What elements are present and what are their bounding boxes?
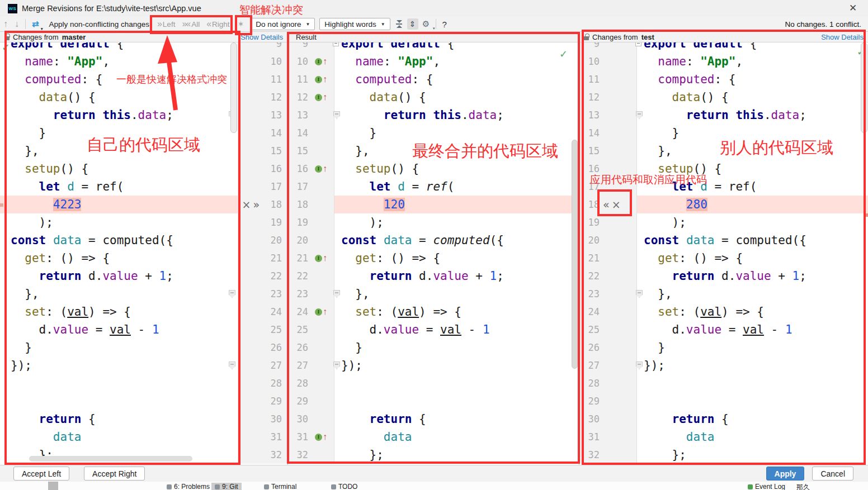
- result-code-line-32: };: [334, 446, 579, 464]
- help-button[interactable]: ?: [439, 20, 450, 29]
- apply-right-change-icon[interactable]: »: [253, 199, 260, 210]
- left-code-line-22: return d.value + 1;: [0, 267, 238, 285]
- problems-tab[interactable]: 6: Problems: [167, 483, 210, 490]
- fold-marker-icon[interactable]: [636, 361, 643, 369]
- fold-box-icon[interactable]: [635, 42, 641, 46]
- left-code-row-30: return {30: [0, 410, 287, 428]
- result-vertical-scrollbar[interactable]: [572, 140, 578, 369]
- left-code-row-32: };32: [0, 446, 287, 464]
- result-code-line-12: data() {: [334, 88, 579, 106]
- right-panel-header: Changes from test Show Details: [579, 32, 868, 42]
- fold-marker-icon[interactable]: [229, 111, 235, 119]
- right-code-line-13: return this.data;: [637, 106, 868, 124]
- left-code-row-9: export default {9: [0, 42, 287, 53]
- line-number: 29: [584, 392, 600, 410]
- line-number: 12: [291, 88, 308, 106]
- left-code-line-9: export default {: [0, 42, 238, 53]
- ignore-change-icon[interactable]: ×: [242, 199, 251, 210]
- settings-gear-icon[interactable]: ⚙: [421, 18, 432, 30]
- accept-left-button[interactable]: Accept Left: [13, 467, 69, 481]
- highlight-mode-select[interactable]: Highlight words▼: [319, 18, 390, 30]
- line-number: 16: [584, 160, 600, 178]
- right-code-row-23: 23 },: [579, 285, 868, 303]
- left-gutter-27: 27: [238, 356, 287, 374]
- left-gutter-10: 10: [238, 53, 287, 70]
- line-number: 21: [263, 249, 282, 267]
- right-code-row-27: 27});: [579, 356, 868, 374]
- result-gutter-29: 29: [288, 392, 334, 410]
- line-number: 25: [291, 321, 308, 339]
- right-code-line-10: name: "App",: [637, 53, 868, 70]
- terminal-tab[interactable]: Terminal: [264, 483, 296, 490]
- fold-box-icon[interactable]: [333, 42, 339, 46]
- fold-marker-icon[interactable]: [229, 290, 235, 298]
- right-code-row-19: 19 );: [579, 213, 868, 231]
- git-tab[interactable]: 9: Git: [211, 483, 242, 490]
- result-code-line-29: [334, 392, 579, 410]
- fold-marker-icon[interactable]: [333, 361, 340, 369]
- collapse-unchanged-icon[interactable]: [394, 18, 405, 30]
- right-gutter-20: 20: [579, 231, 637, 249]
- result-gutter-17: 17: [288, 178, 334, 196]
- fold-marker-icon[interactable]: [636, 290, 643, 298]
- magic-resolve-icon[interactable]: ✶: [233, 20, 249, 28]
- right-code-line-23: },: [637, 285, 868, 303]
- right-gutter-27: 27: [579, 356, 637, 374]
- apply-right-button[interactable]: «Right: [203, 18, 233, 30]
- apply-all-button[interactable]: »«All: [178, 18, 203, 30]
- left-editor-changes-from-master: Changes from master Show Details export …: [0, 32, 288, 465]
- fold-marker-icon[interactable]: [636, 111, 643, 119]
- sync-scrolling-icon[interactable]: ⇕: [407, 18, 418, 30]
- title-bar: WS Merge Revisions for E:\study\vite-tes…: [0, 0, 868, 17]
- line-number: 20: [263, 231, 282, 249]
- line-number: 19: [263, 213, 282, 231]
- fold-marker-icon[interactable]: [229, 361, 235, 369]
- left-code-row-19: );19: [0, 213, 287, 231]
- left-gutter-18: ×»18: [238, 196, 287, 213]
- right-gutter-31: 31: [579, 428, 637, 446]
- apply-nonconflicting-label[interactable]: Apply non-conflicting changes: [43, 20, 154, 28]
- close-icon[interactable]: ✕: [847, 2, 859, 14]
- result-code-line-22: return d.value + 1;: [334, 267, 579, 285]
- line-number: 24: [291, 303, 308, 321]
- result-code-row-23: 23 },: [288, 285, 579, 303]
- line-number: 23: [584, 285, 600, 303]
- fold-marker-icon[interactable]: [333, 290, 340, 298]
- apply-button[interactable]: Apply: [766, 467, 805, 481]
- next-change-button[interactable]: ↓: [11, 18, 22, 30]
- line-number: 13: [291, 106, 308, 124]
- git-icon: [215, 484, 220, 489]
- result-code-row-13: 13 return this.data;: [288, 106, 579, 124]
- left-gutter-21: 21: [238, 249, 287, 267]
- applied-change-mark-icon: I↑: [312, 165, 327, 173]
- fold-marker-icon[interactable]: [333, 111, 340, 119]
- apply-left-change-icon[interactable]: «: [603, 199, 610, 210]
- left-gutter-19: 19: [238, 213, 287, 231]
- left-gutter-13: 13: [238, 106, 287, 124]
- right-gutter-17: 17: [579, 178, 637, 196]
- event-log-tab[interactable]: Event Log: [748, 483, 785, 490]
- apply-all-nonconflicting-button[interactable]: ⇄: [29, 18, 43, 30]
- ide-statusbar: 6: Problems 9: Git Terminal TODO Event L…: [0, 482, 868, 490]
- left-code-line-15: },: [0, 142, 238, 160]
- cancel-button[interactable]: Cancel: [812, 467, 853, 481]
- right-vertical-scrollbar[interactable]: [861, 42, 867, 133]
- result-code-line-17: let d = ref(: [334, 178, 579, 196]
- right-show-details-link[interactable]: Show Details: [821, 33, 864, 41]
- todo-tab[interactable]: TODO: [331, 483, 357, 490]
- prev-change-button[interactable]: ↑: [0, 18, 11, 30]
- left-show-details-link[interactable]: Show Details: [240, 33, 283, 41]
- line-number: 32: [263, 446, 282, 464]
- apply-left-button[interactable]: »Left: [154, 18, 178, 30]
- line-number: 28: [263, 374, 282, 392]
- result-code-line-31: data: [334, 428, 579, 446]
- result-gutter-30: 30: [288, 410, 334, 428]
- result-code-row-16: 16I↑ setup() {: [288, 160, 579, 178]
- ignore-policy-select[interactable]: Do not ignore▼: [251, 18, 315, 30]
- accept-right-button[interactable]: Accept Right: [84, 467, 145, 481]
- left-code-row-11: computed: {11: [0, 70, 287, 88]
- result-code-line-23: },: [334, 285, 579, 303]
- toolbar-separator: [25, 19, 26, 29]
- line-number: 10: [263, 53, 282, 70]
- ignore-change-icon[interactable]: ×: [612, 199, 621, 210]
